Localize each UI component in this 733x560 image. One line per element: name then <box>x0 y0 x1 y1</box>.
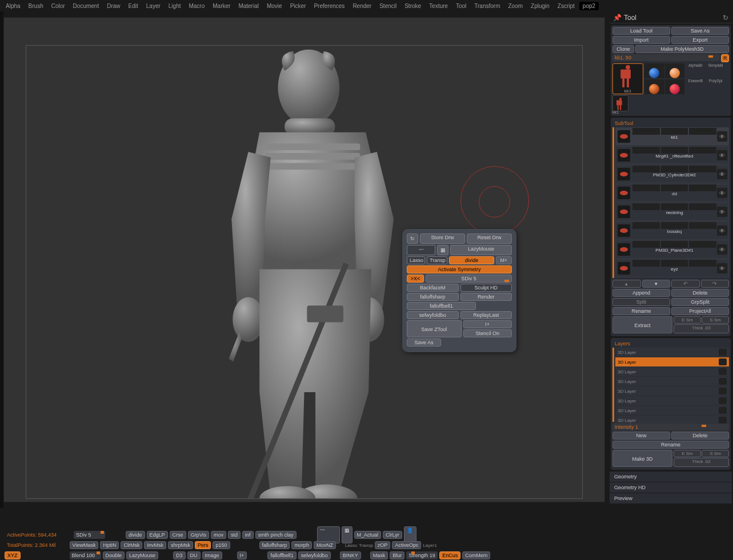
transp-bottom-icon[interactable]: ▦ <box>342 526 353 543</box>
menu-macro[interactable]: Macro <box>185 2 208 10</box>
menu-light[interactable]: Light <box>165 2 185 10</box>
import-button[interactable]: Import <box>612 36 670 44</box>
projectall-button[interactable]: ProjectAll <box>671 307 729 315</box>
subtool-item[interactable]: neckring 👁 <box>615 203 729 221</box>
append-button[interactable]: Append <box>612 289 670 297</box>
subtool-item[interactable]: bosskq 👁 <box>615 221 729 240</box>
clrlyr-button[interactable]: ClrLyr <box>383 531 402 539</box>
lasso-icon[interactable]: 〰 <box>407 245 435 255</box>
grpsplit-button[interactable]: GrpSplit <box>671 298 729 306</box>
new-layer-button[interactable]: New <box>612 432 670 440</box>
mplus-button[interactable]: M+ <box>496 256 512 264</box>
sdiv-slider[interactable]: SDiv 5 <box>426 275 512 283</box>
preview-section[interactable]: Preview <box>610 493 732 504</box>
subtool-item[interactable]: kk1 👁 <box>615 127 729 146</box>
lazymouse-bottom[interactable]: LazyMouse <box>126 551 158 559</box>
save-ztool-button[interactable]: Save ZTool <box>407 320 462 337</box>
menu-stencil[interactable]: Stencil <box>376 2 400 10</box>
selwyfoldbo-bottom[interactable]: selwyfoldbo <box>298 551 331 559</box>
menu-texture[interactable]: Texture <box>426 2 451 10</box>
divide-bottom[interactable]: divide <box>126 531 145 539</box>
sdiv-bottom-slider[interactable]: SDiv 5 <box>74 531 105 539</box>
blend-slider[interactable]: Blend 100 <box>70 551 101 559</box>
menu-zoom[interactable]: Zoom <box>504 2 526 10</box>
pers-button[interactable]: Pers <box>195 541 211 549</box>
lasso-button[interactable]: Lasso <box>407 256 425 264</box>
layer-thick-slider[interactable]: Thick .02 <box>674 458 729 467</box>
inf-button[interactable]: inf <box>242 531 254 539</box>
replaylast-button[interactable]: ReplayLast <box>460 311 512 319</box>
menu-draw[interactable]: Draw <box>103 2 123 10</box>
menu-material[interactable]: Material <box>235 2 262 10</box>
save-as-button[interactable]: Save As <box>407 339 441 347</box>
hptin-button[interactable]: HptIN <box>100 541 119 549</box>
extract-button[interactable]: Extract <box>612 316 672 333</box>
tool-thumbnail-small[interactable] <box>612 95 628 111</box>
subtool-list[interactable]: kk1 👁 Mrg#1 _rifleunified 👁 PM3D_Cylinde… <box>615 127 729 278</box>
falloffbell-bottom[interactable]: falloffbell1 <box>267 551 296 559</box>
simple-brush[interactable] <box>665 63 685 78</box>
selwyfold-button[interactable]: selwyfoldbo <box>407 311 459 319</box>
sculpt-hd-button[interactable]: Sculpt HD <box>460 284 512 292</box>
store-draw-button[interactable]: Store Drw <box>420 233 465 244</box>
delete-layer-button[interactable]: Delete <box>671 432 729 440</box>
subtool-item[interactable]: dd 👁 <box>615 184 729 202</box>
activeopc-button[interactable]: ActiveOpc <box>392 541 421 549</box>
d3-button[interactable]: D3 <box>173 551 186 559</box>
menu-brush[interactable]: Brush <box>25 2 47 10</box>
viewport-canvas[interactable]: ↻ Store Drw Reset Drw 〰 ▦ LazyMouse Lass… <box>3 17 605 502</box>
kk1-slider[interactable]: kk1. 50 <box>612 54 720 61</box>
intensity-slider[interactable]: Intensity 1 <box>612 424 729 430</box>
eraser-brush[interactable] <box>644 79 664 94</box>
make-polymesh-button[interactable]: Make PolyMesh3D <box>635 45 729 53</box>
double-button[interactable]: Double <box>103 551 125 559</box>
refresh-icon[interactable]: ↻ <box>407 233 418 244</box>
layer-item[interactable]: 3D Layer <box>615 396 729 405</box>
rename-layer-button[interactable]: Rename <box>612 441 729 449</box>
image-button[interactable]: Image <box>202 551 222 559</box>
rename-subtool-button[interactable]: Rename <box>612 307 670 315</box>
geometry-hd-section[interactable]: Geometry HD <box>610 482 732 493</box>
transp-button[interactable]: Transp <box>427 256 447 264</box>
esm-slider[interactable]: E Sm <box>674 316 701 324</box>
menu-tool[interactable]: Tool <box>452 2 470 10</box>
nav-left-icon[interactable]: ↶ <box>671 280 700 288</box>
falloffsharp-button[interactable]: falloffsharp <box>407 293 459 301</box>
menu-marker[interactable]: Marker <box>209 2 234 10</box>
invmsk-button[interactable]: InvMsk <box>144 541 166 549</box>
x-symmetry-button[interactable]: >X< <box>407 275 424 283</box>
viewmask-button[interactable]: ViewMask <box>70 541 99 549</box>
xyz-button[interactable]: XYZ <box>5 551 21 559</box>
clone-button[interactable]: Clone <box>612 45 634 53</box>
layer-item[interactable]: 3D Layer <box>615 406 729 415</box>
transp-icon[interactable]: ▦ <box>437 245 448 255</box>
blur-button[interactable]: Blur <box>390 551 404 559</box>
strength-slider[interactable]: Strength 19 <box>406 551 438 559</box>
divide-button[interactable]: divide <box>449 256 494 264</box>
reset-draw-button[interactable]: Reset Drw <box>467 233 512 244</box>
menu-edit[interactable]: Edit <box>125 2 142 10</box>
stencil-on-button[interactable]: Stencil On <box>463 329 512 337</box>
mactual-button[interactable]: M_Actual <box>354 531 382 539</box>
movnz-button[interactable]: MovNZ <box>314 541 336 549</box>
menu-picker[interactable]: Picker <box>287 2 310 10</box>
std-button[interactable]: std <box>228 531 241 539</box>
delete-subtool-button[interactable]: Delete <box>671 289 729 297</box>
lazymouse-button[interactable]: LazyMouse <box>450 245 512 255</box>
alpha-brush[interactable] <box>644 63 664 78</box>
subtool-item[interactable]: eyz 👁 <box>615 259 729 277</box>
layer-item[interactable]: 3D Layer <box>615 357 729 366</box>
backface-button[interactable]: BackfaceM <box>407 284 459 292</box>
subtool-item[interactable]: PM3D_Cylinder3D#2 👁 <box>615 165 729 183</box>
zop-button[interactable]: zOP <box>375 541 391 549</box>
nav-up-icon[interactable]: ▴ <box>612 280 641 288</box>
falloffbell-button[interactable]: falloffbell1 <box>407 302 476 310</box>
menu-stroke[interactable]: Stroke <box>401 2 424 10</box>
crse-button[interactable]: Crse <box>170 531 186 539</box>
commem-button[interactable]: ComMem <box>462 551 490 559</box>
nav-right-icon[interactable]: ↷ <box>701 280 730 288</box>
layer-item[interactable]: 3D Layer <box>615 367 729 376</box>
load-tool-button[interactable]: Load Tool <box>612 27 670 35</box>
mov-button[interactable]: mov <box>211 531 226 539</box>
pin-icon[interactable]: 📌 <box>613 14 622 22</box>
